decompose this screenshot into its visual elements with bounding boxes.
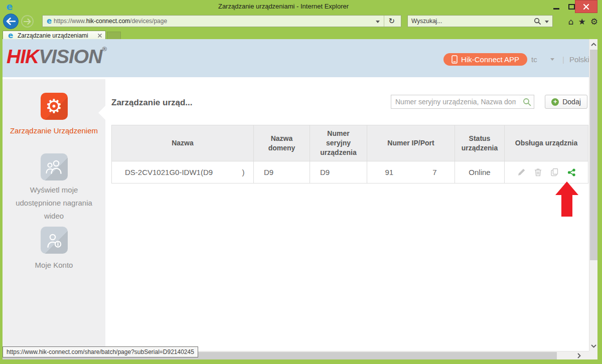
people-icon: [45, 159, 63, 175]
page-title: Zarządzanie urząd...: [111, 98, 193, 108]
language-selector[interactable]: Polski: [569, 55, 589, 64]
ie-window: { "window": { "title": "Zarządzanie urzą…: [0, 0, 602, 364]
search-dropdown-button[interactable]: [544, 18, 552, 25]
logo-registered-mark: ®: [102, 45, 107, 53]
header-divider: |: [562, 55, 564, 64]
table-row: DS-2CV1021G0-IDW1(D9 ) D9 D9 917 Online: [112, 161, 588, 184]
device-serial-cell: D9: [310, 161, 367, 184]
device-management-tile: ⚙: [41, 93, 68, 120]
sidebar-item-label: Moje Konto: [3, 259, 105, 272]
status-link-url: https://www.hik-connect.com/share/batch/…: [7, 348, 194, 355]
url-text: https://www.hik-connect.com/devices/page: [54, 18, 372, 25]
device-search-button[interactable]: [520, 95, 534, 109]
sidebar-item-shared-videos[interactable]: Wyświetl moje udostępnione nagrania wide…: [3, 153, 105, 223]
minimize-icon: [553, 8, 559, 10]
account-area: tc | Polski: [531, 53, 597, 66]
ie-page-icon: e: [45, 17, 54, 26]
scrollbar-corner: [589, 351, 597, 359]
forward-button[interactable]: [21, 15, 34, 28]
share-icon: [567, 168, 576, 177]
trash-icon: [534, 168, 542, 176]
favorites-button[interactable]: ★: [578, 18, 586, 26]
column-header-domain: Nazwa domeny: [254, 125, 310, 161]
vertical-scrollbar[interactable]: [589, 39, 597, 351]
title-bar: e Zarządzanie urządzeniami - Internet Ex…: [0, 0, 602, 13]
chevron-down-icon: [545, 21, 549, 23]
plus-icon: +: [551, 98, 559, 106]
home-button[interactable]: ⌂: [568, 18, 574, 26]
back-arrow-icon: [6, 18, 16, 25]
shared-videos-tile: [41, 153, 68, 180]
device-domain-cell: D9: [254, 161, 310, 184]
close-icon: [583, 4, 589, 10]
sidebar-item-my-account[interactable]: Moje Konto: [3, 227, 105, 272]
scroll-up-button[interactable]: [589, 40, 597, 49]
home-icon: ⌂: [568, 17, 574, 27]
account-info-icon: [46, 232, 63, 248]
hikvision-logo: HIKVISION®: [7, 45, 107, 68]
navigation-bar: e https://www.hik-connect.com/devices/pa…: [0, 13, 602, 30]
device-search-input[interactable]: [391, 95, 520, 108]
browser-toolbar-icons: ⌂ ★ ⚙: [568, 13, 598, 30]
app-button-label: Hik-Connect APP: [461, 55, 519, 64]
column-header-ip-port: Numer IP/Port: [367, 125, 455, 161]
edit-device-button[interactable]: [517, 168, 526, 177]
site-header: HIKVISION® Hik-Connect APP tc | Polski: [3, 39, 597, 77]
gear-icon: ⚙: [590, 17, 598, 27]
scroll-down-button[interactable]: [589, 341, 597, 350]
tools-button[interactable]: ⚙: [590, 18, 598, 26]
browser-search-input[interactable]: [411, 18, 531, 25]
device-name-cell: DS-2CV1021G0-IDW1(D9 ): [112, 161, 254, 184]
browser-search-button[interactable]: [531, 18, 544, 25]
minimize-button[interactable]: [550, 0, 563, 13]
my-account-tile: [41, 227, 68, 254]
gear-icon: ⚙: [45, 97, 62, 116]
forward-arrow-icon: [24, 19, 31, 25]
address-dropdown-button[interactable]: [372, 18, 384, 25]
table-header-row: Nazwa Nazwa domeny Numer seryjny urządze…: [112, 125, 588, 161]
device-search-box: [391, 95, 520, 109]
red-arrow-annotation: [554, 181, 579, 217]
close-button[interactable]: [575, 0, 597, 13]
sidebar: ⚙ Zarządzanie Urządzeniem Wyświetl moje …: [3, 79, 105, 359]
sidebar-item-label: Wyświetl moje udostępnione nagrania wide…: [9, 184, 99, 223]
add-device-button[interactable]: + Dodaj: [545, 95, 587, 109]
hik-connect-app-button[interactable]: Hik-Connect APP: [443, 53, 527, 66]
devices-table: Nazwa Nazwa domeny Numer seryjny urządze…: [111, 125, 588, 184]
sidebar-item-device-management[interactable]: ⚙ Zarządzanie Urządzeniem: [3, 93, 105, 137]
share-device-button[interactable]: [567, 168, 576, 177]
sidebar-item-label: Zarządzanie Urządzeniem: [3, 124, 105, 137]
device-ip-port-cell: 917: [367, 161, 455, 184]
address-bar[interactable]: e https://www.hik-connect.com/devices/pa…: [42, 15, 401, 27]
status-badge: Online: [469, 168, 490, 176]
device-ip[interactable]: 91: [385, 168, 393, 176]
scroll-right-button[interactable]: [574, 351, 584, 359]
url-scheme: https://www.: [54, 18, 86, 25]
back-button[interactable]: [3, 14, 19, 29]
tab-close-button[interactable]: [97, 33, 102, 38]
chevron-up-icon: [591, 43, 596, 46]
delete-device-button[interactable]: [534, 168, 543, 177]
logo-hik: HIK: [7, 46, 39, 67]
username[interactable]: tc: [531, 55, 550, 64]
pencil-icon: [517, 168, 526, 176]
magnifier-icon: [523, 98, 531, 106]
tab-bar: e Zarządzanie urządzeniami: [0, 30, 602, 40]
copy-device-button[interactable]: [550, 168, 559, 177]
user-dropdown-icon[interactable]: [550, 58, 554, 61]
chevron-down-icon: [591, 344, 596, 348]
ie-window-icon: e: [5, 2, 15, 12]
star-icon: ★: [578, 17, 586, 27]
device-port[interactable]: 7: [432, 168, 436, 176]
status-link-tooltip: https://www.hik-connect.com/share/batch/…: [3, 346, 198, 357]
phone-icon: [452, 55, 458, 64]
window-title: Zarządzanie urządzeniami - Internet Expl…: [20, 3, 547, 10]
column-header-actions: Obsługa urządznia: [505, 125, 588, 161]
url-path: /devices/page: [130, 18, 167, 25]
maximize-icon: [568, 4, 575, 10]
refresh-button[interactable]: ↻: [384, 16, 399, 27]
vertical-scroll-thumb[interactable]: [590, 50, 597, 260]
device-status-cell: Online: [455, 161, 505, 184]
page-viewport: HIKVISION® Hik-Connect APP tc | Polski ⚙…: [3, 39, 597, 359]
chevron-right-icon: [577, 353, 581, 358]
